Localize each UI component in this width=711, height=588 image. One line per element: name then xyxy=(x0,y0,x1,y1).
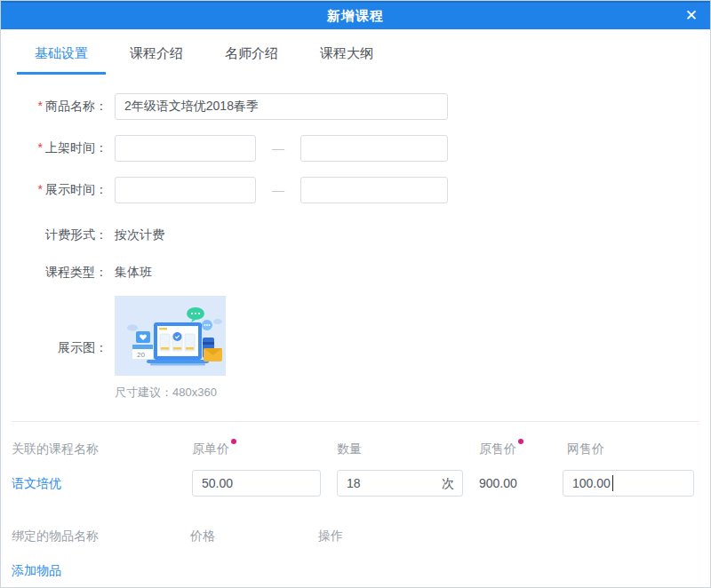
tab-course-outline[interactable]: 课程大纲 xyxy=(302,36,391,75)
action-header: 操作 xyxy=(318,528,343,544)
net-price-input[interactable] xyxy=(563,470,694,497)
add-course-dialog: 新增课程 ✕ 基础设置 课程介绍 名师介绍 课程大纲 *商品名称： *上架时间：… xyxy=(0,0,711,588)
course-type-label: 课程类型： xyxy=(1,265,108,281)
related-course-section: 关联的课程名称 原单价 数量 原售价 网售价 语文培优 次 900.00 xyxy=(1,441,710,497)
bound-items-header-row: 绑定的物品名称 价格 操作 xyxy=(12,528,699,544)
course-type-row: 课程类型： 集体班 xyxy=(1,264,710,282)
close-icon[interactable]: ✕ xyxy=(685,3,698,29)
net-price-header: 网售价 xyxy=(567,441,604,457)
unit-price-header: 原单价 xyxy=(192,441,229,456)
course-type-value: 集体班 xyxy=(115,265,152,281)
basic-settings-form: *商品名称： *上架时间： — *展示时间： — xyxy=(1,93,710,401)
billing-label: 计费形式： xyxy=(1,227,108,243)
required-dot xyxy=(518,439,523,444)
shelf-time-label: 上架时间： xyxy=(45,140,108,155)
orig-price-header: 原售价 xyxy=(479,441,516,456)
product-name-row: *商品名称： xyxy=(1,93,710,120)
date-range-separator: — xyxy=(256,141,300,155)
related-course-header-row: 关联的课程名称 原单价 数量 原售价 网售价 xyxy=(12,441,699,457)
text-cursor xyxy=(612,475,613,491)
section-divider xyxy=(12,421,699,422)
bound-item-name-header: 绑定的物品名称 xyxy=(12,528,99,544)
price-header: 价格 xyxy=(190,528,215,544)
show-time-row: *展示时间： — xyxy=(1,177,710,203)
show-time-start-input[interactable] xyxy=(115,177,256,203)
shelf-time-row: *上架时间： — xyxy=(1,135,710,162)
quantity-header: 数量 xyxy=(337,441,362,457)
image-size-hint: 尺寸建议：480x360 xyxy=(115,385,226,401)
required-dot xyxy=(231,439,236,444)
shelf-time-start-input[interactable] xyxy=(115,135,256,162)
quantity-unit-suffix: 次 xyxy=(442,470,454,497)
required-asterisk: * xyxy=(38,99,43,113)
show-time-label: 展示时间： xyxy=(45,182,108,196)
related-course-name-header: 关联的课程名称 xyxy=(12,441,99,457)
related-course-row: 语文培优 次 900.00 xyxy=(12,470,699,497)
add-item-link[interactable]: 添加物品 xyxy=(12,557,61,584)
dialog-titlebar: 新增课程 ✕ xyxy=(1,1,710,29)
course-name-link[interactable]: 语文培优 xyxy=(12,470,61,497)
date-range-separator: — xyxy=(256,183,300,197)
orig-price-value: 900.00 xyxy=(479,470,517,497)
dialog-title: 新增课程 xyxy=(1,3,710,29)
unit-price-input[interactable] xyxy=(192,470,321,497)
billing-value: 按次计费 xyxy=(115,227,164,243)
bound-items-section: 绑定的物品名称 价格 操作 添加物品 xyxy=(1,528,710,584)
shelf-time-end-input[interactable] xyxy=(300,135,448,162)
course-thumbnail-image[interactable]: 20 xyxy=(115,296,226,376)
tab-basic-settings[interactable]: 基础设置 xyxy=(17,36,106,75)
billing-row: 计费形式： 按次计费 xyxy=(1,226,710,244)
product-name-input[interactable] xyxy=(115,93,448,120)
required-asterisk: * xyxy=(38,182,43,196)
tab-bar: 基础设置 课程介绍 名师介绍 课程大纲 xyxy=(1,36,710,75)
svg-text:20: 20 xyxy=(137,351,145,359)
show-time-end-input[interactable] xyxy=(300,177,448,203)
display-image-row: 展示图： 20 xyxy=(1,296,710,401)
tab-teacher-intro[interactable]: 名师介绍 xyxy=(207,36,296,75)
display-image-label: 展示图： xyxy=(1,340,108,356)
required-asterisk: * xyxy=(38,140,43,155)
product-name-label: 商品名称： xyxy=(45,99,108,113)
tab-course-intro[interactable]: 课程介绍 xyxy=(112,36,201,75)
